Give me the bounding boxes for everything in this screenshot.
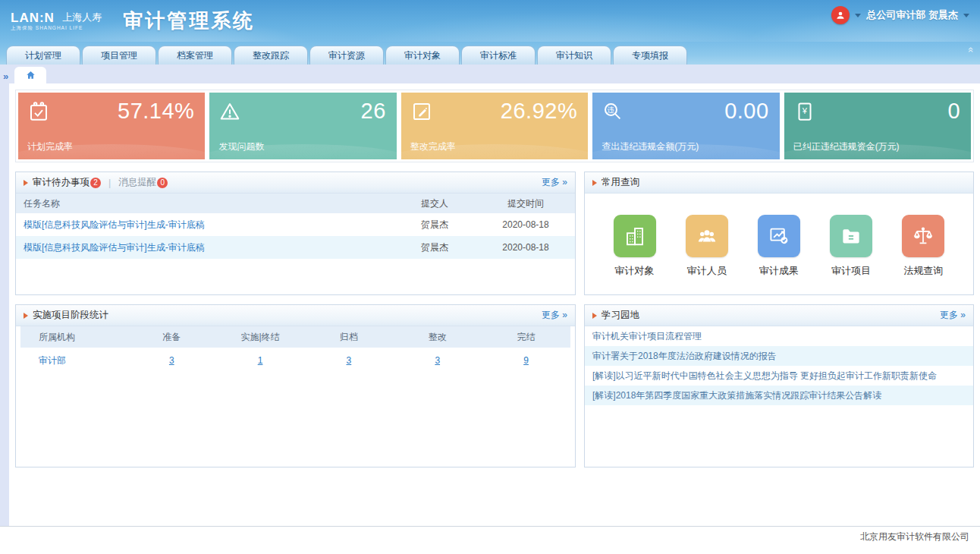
todo-panel-header: 审计待办事项2 | 消息提醒0 更多 » (16, 172, 575, 194)
todo-count-badge: 2 (90, 178, 101, 188)
tab-audit-standards[interactable]: 审计标准 (461, 46, 536, 65)
users-icon (696, 225, 718, 247)
folder-icon (840, 225, 862, 247)
expand-arrows-icon[interactable]: » (3, 71, 8, 81)
open-tabs-bar: » (0, 65, 980, 83)
dashboard-content: 57.14% 计划完成率 26 发现问题数 26.92% (0, 83, 980, 526)
logo-brand-text: LAN:N (11, 11, 55, 25)
chart-check-icon (768, 225, 790, 247)
warning-triangle-icon (218, 100, 241, 123)
todo-panel: 审计待办事项2 | 消息提醒0 更多 » 任务名称 提交人 提交时间 模版[信息… (15, 172, 576, 295)
svg-text:¥: ¥ (801, 106, 807, 115)
task-link[interactable]: 模版[信息科技风险评估与审计]生成-审计底稿 (24, 219, 205, 230)
tab-audit-objects[interactable]: 审计对象 (385, 46, 460, 65)
list-item[interactable]: [解读]以习近平新时代中国特色社会主义思想为指导 更好担负起审计工作新职责新使命 (585, 366, 973, 386)
scales-icon (912, 225, 934, 247)
list-item[interactable]: [解读]2018年第四季度国家重大政策措施落实情况跟踪审计结果公告解读 (585, 386, 973, 405)
task-submit-time: 2020-08-18 (476, 242, 575, 253)
main-nav-bar: 计划管理 项目管理 档案管理 整改跟踪 审计资源 审计对象 审计标准 审计知识 … (0, 42, 980, 65)
column-submit-time: 提交时间 (476, 197, 575, 210)
message-reminder-tab[interactable]: 消息提醒 (118, 176, 156, 189)
kpi-issues-found[interactable]: 26 发现问题数 (209, 93, 396, 159)
quick-link-label: 审计人员 (687, 264, 727, 278)
stage-count-link[interactable]: 3 (347, 355, 352, 366)
todo-more-link[interactable]: 更多 » (542, 176, 567, 189)
quick-link-label: 审计项目 (831, 264, 871, 278)
kpi-value: 0 (947, 99, 960, 124)
violation-search-icon: 违 (602, 100, 624, 123)
quick-link-audit-staff[interactable]: 审计人员 (680, 215, 734, 278)
tab-special-reporting[interactable]: 专项填报 (613, 46, 687, 65)
column-organization: 所属机构 (20, 331, 127, 344)
list-item[interactable]: 审计机关审计项目流程管理 (585, 326, 973, 346)
stage-count-link[interactable]: 3 (435, 355, 440, 366)
tab-project-management[interactable]: 项目管理 (82, 46, 156, 65)
stage-more-link[interactable]: 更多 » (542, 309, 567, 322)
panel-arrow-icon (592, 313, 597, 319)
page-title: 审计管理系统 (123, 8, 255, 34)
table-row: 模版[信息科技风险评估与审计]生成-审计底稿 贺晨杰 2020-08-18 (16, 213, 575, 236)
kpi-card-row: 57.14% 计划完成率 26 发现问题数 26.92% (15, 90, 974, 162)
quick-link-audit-results[interactable]: 审计成果 (752, 215, 806, 278)
kpi-value: 26 (361, 99, 386, 124)
collapse-tabs-icon[interactable]: « (966, 47, 976, 52)
kpi-label: 查出违纪违规金额(万元) (602, 140, 699, 153)
list-item[interactable]: 审计署关于2018年度法治政府建设情况的报告 (585, 346, 973, 366)
learning-panel-title: 学习园地 (602, 309, 639, 322)
quick-link-label: 审计对象 (615, 264, 655, 278)
tab-plan-management[interactable]: 计划管理 (6, 46, 80, 65)
vendor-copyright: 北京用友审计软件有限公司 (0, 527, 980, 543)
kpi-value: 26.92% (501, 99, 577, 124)
logo-subtitle: 上海保险 SHANGHAI LIFE (11, 26, 102, 31)
learning-more-link[interactable]: 更多 » (940, 309, 966, 322)
task-submit-time: 2020-08-18 (476, 219, 575, 230)
project-stage-header: 实施项目阶段统计 更多 » (16, 305, 575, 326)
company-logo: LAN:N 上海人寿 上海保险 SHANGHAI LIFE (11, 11, 102, 31)
kpi-label: 已纠正违纪违规资金(万元) (793, 140, 900, 153)
stage-count-link[interactable]: 9 (523, 355, 529, 366)
task-submitter: 贺晨杰 (393, 241, 476, 254)
kpi-label: 整改完成率 (410, 140, 456, 153)
avatar-dropdown-caret-icon[interactable] (855, 14, 861, 17)
tab-archive-management[interactable]: 档案管理 (158, 46, 232, 65)
column-archiving: 归档 (304, 331, 393, 344)
header-separator: | (108, 178, 111, 188)
message-count-badge: 0 (157, 178, 168, 188)
table-row: 模版[信息科技风险评估与审计]生成-审计底稿 贺晨杰 2020-08-18 (16, 236, 575, 259)
tab-audit-resources[interactable]: 审计资源 (309, 46, 384, 65)
todo-tab[interactable]: 审计待办事项 (33, 176, 90, 189)
stage-count-link[interactable]: 1 (258, 355, 263, 366)
learning-panel-header: 学习园地 更多 » (585, 305, 973, 326)
project-stage-title: 实施项目阶段统计 (33, 309, 108, 322)
kpi-plan-completion[interactable]: 57.14% 计划完成率 (18, 93, 205, 159)
kpi-violation-amount-found[interactable]: 违 0.00 查出违纪违规金额(万元) (592, 93, 779, 159)
column-rectification: 整改 (393, 331, 482, 344)
column-submitter: 提交人 (393, 197, 476, 210)
quick-link-regulation-search[interactable]: 法规查询 (896, 215, 950, 278)
table-row: 审计部 3 1 3 3 9 (20, 348, 570, 373)
user-menu[interactable]: 总公司审计部 贺晨杰 (866, 8, 958, 22)
user-dropdown-caret-icon[interactable] (963, 14, 969, 17)
kpi-rectification-completion[interactable]: 26.92% 整改完成率 (401, 93, 588, 159)
kpi-label: 计划完成率 (27, 140, 73, 153)
org-link[interactable]: 审计部 (39, 355, 66, 366)
quick-query-header: 常用查询 (585, 172, 973, 194)
quick-link-label: 审计成果 (759, 264, 799, 278)
column-preparation: 准备 (127, 331, 216, 344)
tab-home[interactable] (14, 67, 46, 83)
tab-rectification-tracking[interactable]: 整改跟踪 (234, 46, 308, 65)
learning-panel: 学习园地 更多 » 审计机关审计项目流程管理 审计署关于2018年度法治政府建设… (584, 304, 974, 467)
tab-audit-knowledge[interactable]: 审计知识 (537, 46, 611, 65)
stage-count-link[interactable]: 3 (169, 355, 174, 366)
task-submitter: 贺晨杰 (393, 219, 476, 231)
quick-query-panel: 常用查询 审计对象 (584, 172, 974, 295)
task-link[interactable]: 模版[信息科技风险评估与审计]生成-审计底稿 (24, 242, 205, 253)
kpi-label: 发现问题数 (218, 140, 264, 153)
column-completed: 完结 (482, 331, 570, 344)
quick-link-audit-objects[interactable]: 审计对象 (608, 215, 662, 278)
kpi-corrected-funds[interactable]: ¥ 0 已纠正违纪违规资金(万元) (784, 93, 971, 159)
building-icon (623, 225, 646, 247)
user-avatar-icon[interactable] (831, 6, 850, 24)
stage-table-header: 所属机构 准备 实施|终结 归档 整改 完结 (20, 326, 570, 348)
quick-link-audit-projects[interactable]: 审计项目 (824, 215, 878, 278)
